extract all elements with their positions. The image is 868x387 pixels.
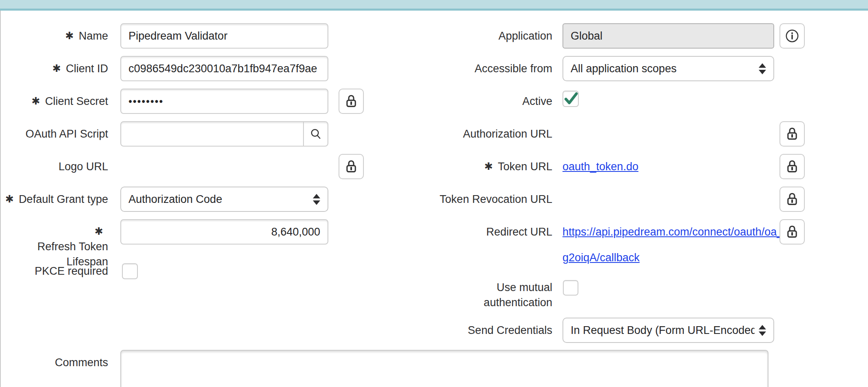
default-grant-type-select[interactable]: Authorization Code — [120, 187, 328, 212]
client-secret-input[interactable] — [120, 89, 328, 114]
pkce-required-label: PKCE required — [35, 258, 108, 284]
required-marker-icon: ✱ — [65, 30, 74, 41]
send-credentials-value: In Request Body (Form URL-Encoded) — [571, 324, 755, 337]
oauth-api-script-field — [120, 121, 328, 147]
client-secret-label: ✱Client Secret — [31, 89, 108, 114]
accessible-from-value: All application scopes — [571, 62, 755, 75]
token-revocation-url-lock-button[interactable] — [779, 187, 805, 212]
required-marker-icon: ✱ — [484, 160, 493, 172]
accessible-from-label: Accessible from — [474, 56, 552, 81]
info-icon — [785, 29, 799, 43]
use-mutual-authentication-checkbox[interactable] — [563, 280, 578, 296]
send-credentials-select[interactable]: In Request Body (Form URL-Encoded) — [562, 318, 774, 343]
application-readonly-field: Global — [562, 23, 774, 49]
application-label: Application — [498, 23, 552, 49]
redirect-url-lock-button[interactable] — [779, 219, 805, 245]
name-input[interactable] — [120, 23, 328, 49]
required-marker-icon: ✱ — [37, 224, 103, 239]
comments-label: Comments — [55, 350, 108, 375]
authorization-url-label: Authorization URL — [463, 121, 552, 147]
select-arrows-icon — [759, 325, 766, 336]
lock-icon — [786, 225, 799, 239]
active-checkbox[interactable] — [562, 91, 579, 107]
token-url-lock-button[interactable] — [779, 154, 805, 179]
select-arrows-icon — [313, 194, 320, 205]
token-url-link[interactable]: oauth_token.do — [562, 154, 638, 179]
lock-icon — [345, 159, 358, 174]
pkce-required-checkbox[interactable] — [122, 263, 138, 279]
required-marker-icon: ✱ — [5, 193, 14, 205]
default-grant-type-value: Authorization Code — [128, 193, 309, 206]
client-id-label: ✱Client ID — [53, 56, 108, 81]
refresh-token-lifespan-input[interactable] — [120, 219, 328, 245]
authorization-url-lock-button[interactable] — [779, 121, 805, 147]
send-credentials-label: Send Credentials — [468, 318, 552, 343]
default-grant-type-label: ✱Default Grant type — [5, 187, 108, 212]
active-label: Active — [522, 89, 552, 114]
token-url-label: ✱Token URL — [484, 154, 552, 179]
required-marker-icon: ✱ — [31, 95, 40, 107]
token-revocation-url-label: Token Revocation URL — [440, 187, 552, 212]
lock-icon — [786, 127, 799, 141]
select-arrows-icon — [759, 63, 766, 74]
client-id-input[interactable] — [120, 56, 328, 81]
use-mutual-authentication-label: Use mutual authentication — [484, 280, 552, 310]
logo-url-lock-button[interactable] — [339, 154, 364, 179]
checkmark-icon — [562, 91, 579, 107]
application-info-button[interactable] — [779, 23, 805, 49]
oauth-api-script-input[interactable] — [121, 122, 303, 146]
lock-icon — [786, 159, 799, 174]
client-secret-lock-button[interactable] — [339, 89, 364, 114]
oauth-api-script-lookup-button[interactable] — [303, 122, 328, 146]
redirect-url-link-line1[interactable]: https://api.pipedream.com/connect/oauth/… — [562, 219, 783, 245]
oauth-api-script-label: OAuth API Script — [25, 121, 108, 147]
search-icon — [310, 128, 322, 140]
form-section-header-bar — [0, 0, 868, 11]
lock-icon — [345, 94, 358, 109]
lock-icon — [786, 192, 799, 207]
redirect-url-label: Redirect URL — [486, 219, 552, 245]
required-marker-icon: ✱ — [53, 62, 61, 74]
oauth-entity-form: ✱Name ✱Client ID ✱Client Secret OAuth AP… — [0, 0, 868, 387]
logo-url-label: Logo URL — [58, 154, 108, 179]
redirect-url-link-line2[interactable]: g2oiqA/callback — [562, 245, 640, 270]
pane-divider — [0, 11, 1, 387]
accessible-from-select[interactable]: All application scopes — [562, 56, 774, 81]
comments-textarea[interactable] — [120, 350, 768, 387]
name-label: ✱Name — [65, 23, 108, 49]
